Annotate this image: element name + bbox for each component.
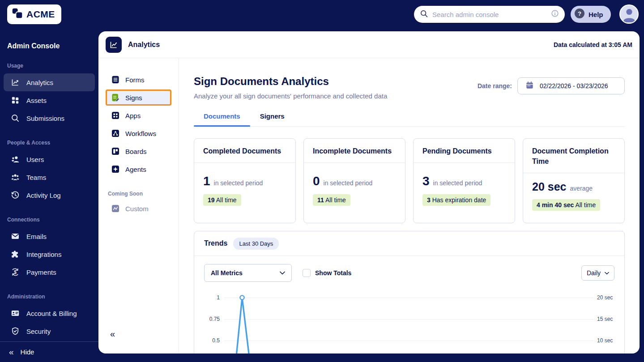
sidebar-item-label: Security (26, 328, 51, 335)
apps-icon (111, 111, 120, 120)
card-value-suffix: average (570, 185, 593, 192)
date-range-value: 02/22/2026 - 03/23/2026 (540, 82, 608, 89)
trend-line-series (194, 282, 625, 353)
sidebar-item-submissions[interactable]: Submissions (4, 109, 95, 127)
interval-select[interactable]: Daily (581, 265, 614, 281)
card-incomplete-documents: Incomplete Documents 0 in selected perio… (303, 138, 405, 223)
card-value: 1 (203, 174, 210, 188)
show-totals-checkbox[interactable] (303, 269, 311, 277)
card-title: Completed Documents (194, 139, 295, 163)
activity-log-icon (11, 191, 20, 200)
assets-icon (11, 96, 20, 105)
help-button[interactable]: ? Help (571, 6, 611, 23)
product-nav-label: Workflows (125, 130, 156, 137)
all-time-badge: 19 All time (203, 194, 241, 206)
sidebar-item-label: Submissions (26, 115, 64, 122)
sidebar-item-assets[interactable]: Assets (4, 91, 95, 109)
product-nav-custom[interactable]: Custom (106, 200, 171, 217)
sidebar: Admin Console Usage Analytics Assets Sub… (0, 29, 98, 362)
sidebar-item-label: Emails (26, 233, 47, 240)
emails-icon (11, 232, 20, 241)
card-title: Incomplete Documents (304, 139, 405, 163)
acme-logo[interactable]: ACME (7, 4, 61, 24)
sidebar-item-analytics[interactable]: Analytics (4, 73, 95, 91)
sidebar-item-teams[interactable]: Teams (4, 168, 95, 186)
analytics-icon (11, 78, 20, 87)
sidebar-hide-button[interactable]: « Hide (0, 341, 98, 362)
product-nav-label: Custom (125, 205, 149, 213)
search-icon (420, 9, 428, 20)
product-nav-boards[interactable]: Boards (106, 143, 171, 159)
calendar-icon (525, 81, 534, 91)
agents-icon (111, 165, 120, 174)
page-subtitle: Analyze your all sign documents' perform… (194, 92, 387, 100)
date-range-label: Date range: (478, 82, 512, 89)
main-panel: Analytics Data calculated at 3:05 AM For… (98, 31, 640, 353)
sidebar-item-activity-log[interactable]: Activity Log (4, 186, 95, 204)
last-30-days-badge: Last 30 Days (233, 238, 279, 250)
chevron-down-icon (280, 271, 285, 275)
page-title: Sign Documents Analytics (194, 75, 387, 88)
sidebar-item-label: Analytics (26, 79, 53, 86)
product-nav-collapse-icon[interactable]: « (110, 329, 115, 339)
info-icon[interactable] (551, 9, 559, 19)
section-label-people: People & Access (7, 140, 91, 146)
teams-icon (11, 173, 20, 182)
sidebar-item-account-billing[interactable]: Account & Billing (4, 304, 95, 322)
admin-search[interactable] (414, 6, 565, 23)
sidebar-item-emails[interactable]: Emails (4, 227, 95, 245)
show-totals-label: Show Totals (315, 269, 351, 277)
product-nav-forms[interactable]: Forms (106, 72, 171, 88)
logo-text: ACME (26, 9, 55, 20)
card-value-suffix: in selected period (324, 179, 373, 187)
product-nav-workflows[interactable]: Workflows (106, 125, 171, 141)
forms-icon (111, 75, 120, 84)
section-label-administration: Administration (7, 294, 91, 300)
chevron-down-icon (605, 272, 609, 275)
custom-icon (111, 204, 120, 213)
product-nav-label: Forms (125, 76, 145, 84)
sidebar-item-users[interactable]: Users (4, 150, 95, 168)
trends-chart: 1 0.75 0.5 20 sec 15 sec 10 sec (194, 282, 624, 353)
sidebar-item-security[interactable]: Security (4, 322, 95, 340)
card-value-suffix: in selected period (214, 179, 263, 187)
top-bar: ACME ? Help (0, 0, 644, 29)
tab-documents[interactable]: Documents (194, 112, 250, 126)
product-nav-apps[interactable]: Apps (106, 107, 171, 124)
show-totals-toggle[interactable]: Show Totals (303, 269, 351, 277)
section-label-usage: Usage (7, 63, 91, 69)
metrics-select[interactable]: All Metrics (204, 264, 292, 282)
all-time-badge: 4 min 40 sec All time (532, 199, 600, 211)
sidebar-item-label: Account & Billing (26, 310, 77, 317)
integrations-puzzle-icon (11, 250, 20, 259)
acme-logo-icon (12, 8, 23, 21)
trends-title: Trends (204, 239, 227, 247)
documents-signers-tabs: Documents Signers (194, 112, 625, 127)
search-input[interactable] (432, 11, 547, 18)
data-calculated-status: Data calculated at 3:05 AM (554, 41, 632, 48)
stat-cards-row: Completed Documents 1 in selected period… (194, 138, 625, 223)
product-nav-label: Apps (125, 112, 141, 119)
product-nav-signs[interactable]: Signs (106, 89, 171, 106)
users-icon (11, 155, 20, 164)
svg-text:?: ? (578, 10, 581, 17)
sidebar-item-integrations[interactable]: Integrations (4, 245, 95, 263)
analytics-header-icon (106, 37, 122, 53)
product-nav-agents[interactable]: Agents (106, 161, 171, 177)
sidebar-item-label: Payments (26, 268, 56, 276)
analytics-content: Sign Documents Analytics Analyze your al… (179, 58, 640, 353)
sidebar-item-payments[interactable]: $ Payments (4, 263, 95, 281)
account-billing-icon (11, 309, 20, 318)
card-completed-documents: Completed Documents 1 in selected period… (194, 138, 296, 223)
card-value: 0 (313, 174, 320, 188)
date-range-button[interactable]: 02/22/2026 - 03/23/2026 (517, 77, 625, 94)
sidebar-item-label: Activity Log (26, 192, 61, 199)
product-nav-label: Signs (125, 94, 142, 102)
question-icon: ? (574, 8, 585, 21)
user-avatar[interactable] (619, 4, 639, 24)
section-label-connections: Connections (7, 217, 91, 223)
svg-text:$: $ (14, 270, 17, 275)
hide-label: Hide (21, 348, 34, 356)
boards-icon (111, 147, 120, 156)
tab-signers[interactable]: Signers (250, 112, 294, 126)
